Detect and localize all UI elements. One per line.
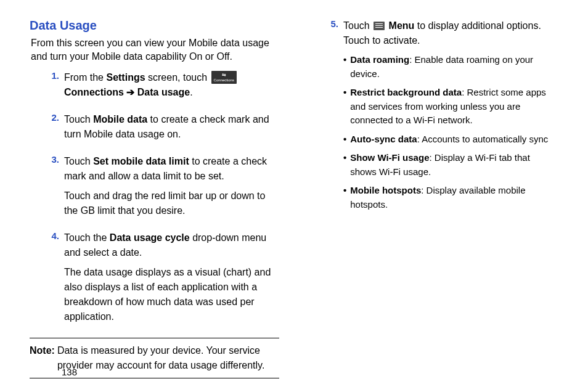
step-number: 2. bbox=[48, 112, 64, 147]
bold-text: Show Wi-Fi usage bbox=[350, 152, 429, 163]
text: Touch the bbox=[64, 232, 110, 243]
step-body: Touch the Data usage cycle drop-down men… bbox=[64, 231, 279, 329]
bold-text: Data usage cycle bbox=[110, 232, 190, 243]
step-number: 4. bbox=[48, 231, 64, 329]
list-item: •Show Wi-Fi usage: Display a Wi-Fi tab t… bbox=[343, 151, 558, 179]
bold-text: Menu bbox=[389, 20, 415, 31]
step-3: 3. Touch Set mobile data limit to create… bbox=[48, 154, 279, 223]
step-number: 1. bbox=[48, 70, 64, 105]
left-column: Data Usage From this screen you can view… bbox=[30, 18, 279, 378]
text: . bbox=[190, 87, 192, 97]
bold-text: Set mobile data limit bbox=[93, 156, 189, 166]
bold-text: Data roaming bbox=[350, 54, 409, 65]
page-number: 138 bbox=[62, 367, 77, 377]
step-list-right: 5. Touch Menu to display additional opti… bbox=[327, 18, 558, 216]
page-columns: Data Usage From this screen you can view… bbox=[30, 18, 558, 378]
note-text: Data is measured by your device. Your se… bbox=[57, 343, 279, 373]
list-item: •Mobile hotspots: Display available mobi… bbox=[343, 184, 558, 211]
text: Touch and drag the red limit bar up or d… bbox=[64, 189, 279, 218]
list-item: •Auto-sync data: Accounts to automatical… bbox=[343, 133, 558, 147]
step-number: 3. bbox=[48, 154, 64, 223]
step-body: Touch Menu to display additional options… bbox=[343, 18, 558, 216]
step-list: 1. From the Settings screen, touch ⇆Conn… bbox=[48, 70, 279, 329]
text: The data usage displays as a visual (cha… bbox=[64, 265, 279, 324]
text: : Accounts to automatically sync bbox=[417, 134, 549, 144]
text: screen, touch bbox=[145, 72, 210, 83]
bullet-icon: • bbox=[343, 151, 350, 179]
text: Touch bbox=[343, 20, 372, 31]
menu-icon bbox=[374, 22, 385, 30]
note-label: Note: bbox=[30, 343, 57, 373]
bold-text: Mobile data bbox=[93, 114, 147, 125]
text: From the bbox=[64, 72, 106, 83]
arrow-icon: ➔ bbox=[124, 87, 137, 97]
bold-text: Restrict background data bbox=[350, 87, 462, 97]
step-body: Touch Set mobile data limit to create a … bbox=[64, 154, 279, 223]
list-item: •Restrict background data: Restrict some… bbox=[343, 86, 558, 128]
bold-text: Connections bbox=[64, 87, 124, 97]
bullet-icon: • bbox=[343, 86, 350, 128]
bold-text: Settings bbox=[106, 72, 145, 83]
step-1: 1. From the Settings screen, touch ⇆Conn… bbox=[48, 70, 279, 105]
bullet-list: •Data roaming: Enable data roaming on yo… bbox=[343, 53, 558, 211]
text: Touch bbox=[64, 114, 93, 125]
bullet-icon: • bbox=[343, 53, 350, 81]
step-4: 4. Touch the Data usage cycle drop-down … bbox=[48, 231, 279, 329]
bullet-icon: • bbox=[343, 184, 350, 211]
step-2: 2. Touch Mobile data to create a check m… bbox=[48, 112, 279, 147]
bold-text: Data usage bbox=[137, 87, 190, 97]
connections-icon: ⇆Connections bbox=[211, 71, 237, 84]
right-column: 5. Touch Menu to display additional opti… bbox=[309, 18, 558, 378]
step-5: 5. Touch Menu to display additional opti… bbox=[327, 18, 558, 216]
bold-text: Mobile hotspots bbox=[350, 185, 421, 195]
text: to display additional options. Touch to … bbox=[343, 20, 541, 46]
list-item: •Data roaming: Enable data roaming on yo… bbox=[343, 53, 558, 81]
section-heading: Data Usage bbox=[30, 18, 279, 33]
bullet-icon: • bbox=[343, 133, 350, 147]
text: Touch bbox=[64, 156, 93, 166]
step-number: 5. bbox=[327, 18, 343, 216]
intro-text: From this screen you can view your Mobil… bbox=[31, 36, 279, 64]
step-body: Touch Mobile data to create a check mark… bbox=[64, 112, 279, 147]
step-body: From the Settings screen, touch ⇆Connect… bbox=[64, 70, 279, 105]
bold-text: Auto-sync data bbox=[350, 134, 417, 144]
